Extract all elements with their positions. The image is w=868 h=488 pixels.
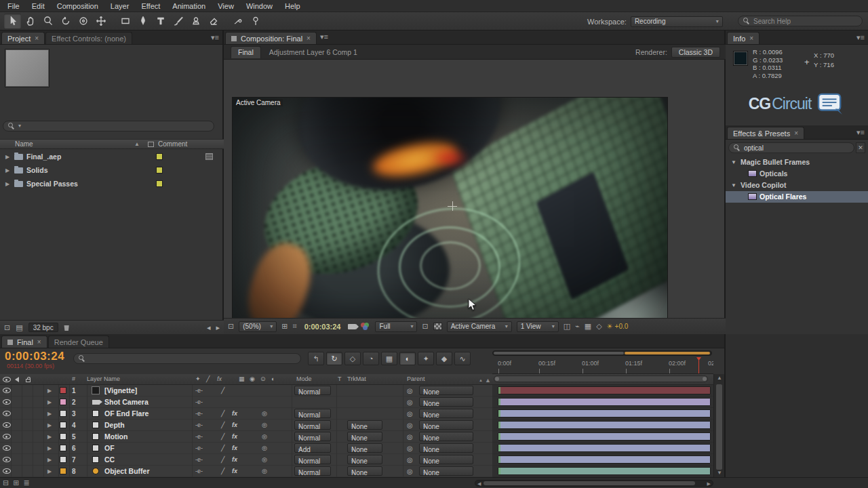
auto-keyframe-icon[interactable]: ◆: [436, 352, 452, 365]
fx-switch-icon[interactable]: fx: [232, 420, 237, 431]
effects-group-video-copilot[interactable]: ▼Video Copilot: [726, 180, 868, 191]
type-tool-icon[interactable]: [152, 14, 169, 28]
layer-expand-icon[interactable]: ▶: [47, 420, 52, 431]
comp-viewer-tab-adjustment-layer-6-comp-1[interactable]: Adjustment Layer 6 Comp 1: [262, 46, 364, 58]
shy-switch-icon[interactable]: -e-: [195, 408, 203, 420]
layer-duration-bar[interactable]: [498, 398, 711, 406]
menu-effect[interactable]: Effect: [135, 2, 166, 10]
clone-stamp-tool-icon[interactable]: [187, 14, 204, 28]
effects-group-magic-bullet-frames[interactable]: ▼Magic Bullet Frames: [726, 157, 868, 168]
parent-dropdown[interactable]: None▾: [419, 432, 473, 441]
mode-dropdown[interactable]: Add▾: [294, 443, 331, 453]
menu-edit[interactable]: Edit: [26, 2, 51, 10]
mask-shape-tool-icon[interactable]: [117, 14, 134, 28]
view-dropdown[interactable]: Active Camera ▾: [447, 321, 512, 332]
shy-switch-icon[interactable]: -e-: [195, 385, 203, 396]
bit-depth-button[interactable]: 32 bpc: [28, 323, 58, 332]
parent-dropdown[interactable]: None▾: [419, 409, 473, 418]
layer-color-swatch[interactable]: [60, 456, 66, 463]
tab-close-icon[interactable]: ×: [749, 35, 753, 42]
tab-composition-final[interactable]: Composition: Final ×: [225, 32, 317, 44]
expand-arrow-icon[interactable]: ▶: [5, 150, 9, 164]
mode-dropdown[interactable]: Normal▾: [294, 455, 331, 464]
rotation-tool-icon[interactable]: [57, 14, 74, 28]
mode-dropdown[interactable]: Normal▾: [294, 420, 331, 430]
trkmat-dropdown[interactable]: None▾: [347, 455, 382, 464]
timeline-h-zoom-bar[interactable]: [492, 350, 712, 356]
shy-switch-icon[interactable]: -e-: [195, 454, 203, 466]
work-area-bar[interactable]: [625, 352, 710, 354]
layer-duration-bar[interactable]: [498, 432, 711, 441]
parent-dropdown[interactable]: None▾: [419, 386, 473, 395]
interpret-footage-icon[interactable]: ⊡: [4, 323, 10, 332]
project-tab-effect-controls-none[interactable]: Effect Controls: (none): [45, 32, 132, 44]
workspace-dropdown[interactable]: Recording ▾: [631, 16, 723, 27]
column-name[interactable]: Name: [15, 140, 33, 148]
v-scroll-thumb[interactable]: [715, 384, 723, 470]
column-parent[interactable]: Parent: [407, 375, 425, 382]
effects-search-input[interactable]: optical: [728, 142, 854, 153]
help-search-input[interactable]: Search Help: [738, 16, 863, 26]
trkmat-dropdown[interactable]: None▾: [347, 466, 382, 476]
parent-pickwhip-icon[interactable]: ◎: [407, 396, 413, 408]
project-columns-header[interactable]: Name ▲ Comment: [0, 139, 224, 149]
mask-visibility-icon[interactable]: ⌗: [292, 323, 296, 330]
zoom-in-mountain-icon[interactable]: ▲: [485, 377, 491, 384]
motion-blur-switch-icon[interactable]: ◎: [262, 408, 267, 420]
show-channels-icon[interactable]: [361, 323, 370, 330]
composition-viewport[interactable]: Active Camera: [233, 98, 667, 340]
project-search-input[interactable]: ▾: [3, 121, 214, 131]
tab-close-icon[interactable]: ×: [307, 35, 311, 42]
quality-switch-icon[interactable]: ╱: [221, 408, 224, 420]
parent-pickwhip-icon[interactable]: ◎: [407, 385, 413, 396]
view-layout-dropdown[interactable]: 1 View ▾: [517, 321, 559, 332]
hand-tool-icon[interactable]: [22, 14, 39, 28]
quality-switch-icon[interactable]: ╱: [221, 385, 224, 396]
menu-window[interactable]: Window: [240, 2, 279, 10]
eraser-tool-icon[interactable]: [205, 14, 222, 28]
shy-switch-icon[interactable]: -e-: [195, 431, 203, 443]
parent-dropdown[interactable]: None▾: [419, 443, 473, 453]
motion-blur-switch-icon[interactable]: ◎: [262, 466, 267, 477]
scroll-left-icon[interactable]: ◂: [207, 323, 211, 332]
frame-blend-icon[interactable]: ▦: [381, 352, 397, 365]
current-time-indicator[interactable]: [698, 357, 699, 374]
graph-editor-icon[interactable]: ∿: [454, 352, 471, 365]
timeline-v-scrollbar[interactable]: ▲ ▼: [713, 374, 724, 477]
fx-switch-icon[interactable]: fx: [232, 408, 237, 420]
column-comment[interactable]: Comment: [158, 140, 187, 148]
comp-timecode[interactable]: 0:00:03:24: [302, 323, 344, 331]
layer-color-swatch[interactable]: [60, 445, 66, 451]
visibility-eye-icon[interactable]: [3, 388, 11, 393]
layer-row[interactable]: ▶4Depth-e-╱fx◎Normal▾None▾◎None▾: [0, 420, 492, 431]
quality-switch-icon[interactable]: ╱: [221, 431, 224, 443]
motion-blur-switch-icon[interactable]: ◎: [262, 454, 267, 466]
layer-duration-bar[interactable]: [498, 467, 711, 475]
scroll-down-icon[interactable]: ▼: [714, 469, 725, 477]
layer-color-swatch[interactable]: [60, 399, 66, 405]
layer-duration-bar[interactable]: [498, 455, 711, 464]
fx-switch-icon[interactable]: fx: [232, 443, 237, 454]
toggle-inout-pane-icon[interactable]: ≣: [23, 479, 29, 487]
effects-item-optical-flares[interactable]: Optical Flares: [726, 191, 868, 203]
shy-switch-icon[interactable]: -e-: [195, 443, 203, 454]
motion-blur-switch-icon[interactable]: ◎: [262, 420, 267, 431]
visibility-eye-icon[interactable]: [3, 399, 11, 405]
h-scroll-thumb[interactable]: [484, 481, 695, 485]
h-scroll-thumb[interactable]: [494, 352, 624, 354]
draft-3d-icon[interactable]: ◇: [344, 352, 361, 365]
panel-menu-icon[interactable]: ▾≡: [856, 33, 865, 42]
expand-arrow-icon[interactable]: ▶: [5, 164, 9, 178]
roto-brush-tool-icon[interactable]: [229, 14, 246, 28]
fx-switch-icon[interactable]: fx: [232, 466, 237, 477]
pan-behind-tool-icon[interactable]: [92, 14, 109, 28]
transparency-grid-icon[interactable]: [433, 323, 442, 330]
parent-pickwhip-icon[interactable]: ◎: [407, 431, 413, 443]
resolution-dropdown[interactable]: Full ▾: [375, 321, 417, 332]
fx-switch-icon[interactable]: fx: [232, 431, 237, 443]
collapse-arrow-icon[interactable]: ▼: [731, 180, 736, 191]
timeline-tab-final[interactable]: Final×: [1, 336, 47, 348]
time-navigator[interactable]: [494, 375, 708, 382]
trkmat-dropdown[interactable]: None▾: [347, 420, 382, 430]
timeline-button-icon[interactable]: ▦: [585, 323, 591, 330]
